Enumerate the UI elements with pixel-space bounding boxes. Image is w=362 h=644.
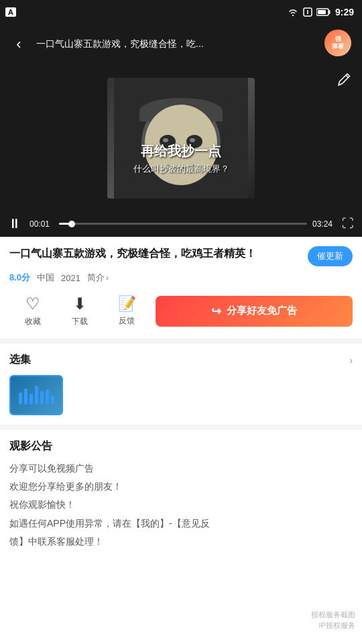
content-area: 一口气山寨五款游戏，究极缝合怪，吃鸡王者精英！ 催更新 8.0分 中国 2021… — [0, 237, 362, 327]
collect-button[interactable]: ♡ 收藏 — [9, 294, 56, 327]
feedback-icon: 📝 — [118, 295, 136, 313]
share-ad-label: 分享好友免广告 — [227, 305, 297, 317]
fullscreen-button[interactable]: ⛶ — [342, 217, 354, 231]
ep-bar-5 — [40, 391, 44, 405]
announcement-line-1: 分享可以免视频广告 — [9, 460, 353, 477]
collect-label: 收藏 — [25, 316, 41, 327]
subtitle-main: 再给我抄一点 — [0, 142, 362, 160]
ep-bar-1 — [19, 392, 22, 405]
subtitle-sub: 什么叫抄袭的最高境界？ — [0, 163, 362, 175]
video-player[interactable]: 再给我抄一点 什么叫抄袭的最高境界？ — [0, 64, 362, 212]
meta-row: 8.0分 中国 2021 简介 › — [9, 272, 353, 284]
announcement-text: 分享可以免视频广告 欢迎您分享给更多的朋友！ 祝你观影愉快！ 如遇任何APP使用… — [9, 460, 353, 550]
status-left: A — [5, 7, 16, 17]
feedback-label: 反馈 — [119, 315, 135, 327]
meme-svg — [114, 78, 248, 199]
status-right: 9:29 — [287, 7, 354, 17]
progress-dot — [68, 221, 75, 227]
pause-button[interactable]: ⏸ — [8, 216, 24, 231]
back-button[interactable]: ‹ — [8, 36, 29, 53]
danmu-button[interactable]: 强弹看 — [324, 30, 354, 59]
country-text: 中国 — [37, 272, 54, 284]
video-thumbnail — [107, 78, 255, 199]
ep-bar-2 — [24, 388, 27, 405]
svg-rect-3 — [318, 10, 326, 14]
intro-link[interactable]: 简介 › — [87, 272, 109, 284]
episodes-title: 选集 — [9, 353, 31, 367]
progress-bar[interactable] — [59, 223, 307, 225]
episode-bars — [19, 386, 54, 405]
section-divider-1 — [0, 338, 362, 343]
download-icon: ⬇ — [73, 294, 86, 313]
episodes-more-icon[interactable]: › — [349, 355, 353, 366]
announcement-section: 观影公告 分享可以免视频广告 欢迎您分享给更多的朋友！ 祝你观影愉快！ 如遇任何… — [0, 425, 362, 561]
announcement-line-3: 祝你观影愉快！ — [9, 496, 353, 513]
announcement-title: 观影公告 — [9, 439, 353, 453]
ep-bar-6 — [46, 390, 49, 405]
show-title: 一口气山寨五款游戏，究极缝合怪，吃鸡王者精英！ — [9, 246, 301, 261]
ep-bar-3 — [29, 394, 33, 405]
battery-icon — [316, 8, 331, 16]
a-icon: A — [5, 7, 16, 17]
intro-label: 简介 — [87, 272, 105, 284]
video-header: ‹ 一口气山寨五款游戏，究极缝合怪，吃... 强弹看 — [0, 24, 362, 64]
edit-button[interactable] — [337, 71, 353, 90]
score-badge: 8.0分 — [9, 272, 30, 284]
episodes-header: 选集 › — [9, 353, 353, 367]
announcement-line-2: 欢迎您分享给更多的朋友！ — [9, 478, 353, 495]
action-row: ♡ 收藏 ⬇ 下载 📝 反馈 ↪ 分享好友免广告 — [9, 294, 353, 327]
title-row: 一口气山寨五款游戏，究极缝合怪，吃鸡王者精英！ 催更新 — [9, 246, 353, 266]
episodes-section: 选集 › — [0, 343, 362, 425]
feedback-button[interactable]: 📝 反馈 — [103, 295, 150, 327]
share-ad-button[interactable]: ↪ 分享好友免广告 — [156, 296, 353, 327]
danmu-label: 强弹看 — [332, 36, 344, 50]
wifi-icon — [287, 7, 299, 17]
chevron-right-icon: › — [106, 274, 109, 282]
share-arrow-icon: ↪ — [211, 304, 221, 319]
status-bar: A 9:29 — [0, 0, 362, 24]
heart-icon: ♡ — [25, 294, 40, 313]
episode-thumbnail[interactable] — [9, 375, 63, 415]
subtitle-overlay: 再给我抄一点 什么叫抄袭的最高境界？ — [0, 142, 362, 175]
announcement-line-4: 如遇任何APP使用异常，请在【我的】-【意见反 — [9, 515, 353, 532]
ep-bar-7 — [51, 395, 54, 405]
time-total: 03:24 — [312, 219, 337, 229]
edit-icon — [337, 71, 353, 87]
watermark-text: 授权服务截图 IP授权服务 — [311, 610, 355, 631]
announcement-line-5: 馈】中联系客服处理！ — [9, 533, 353, 550]
watermark: 授权服务截图 IP授权服务 — [311, 610, 355, 631]
controls-bar: ⏸ 00:01 03:24 ⛶ — [0, 212, 362, 237]
time-current: 00:01 — [29, 219, 54, 229]
year-text: 2021 — [61, 273, 80, 283]
clock: 9:29 — [335, 7, 354, 17]
download-label: 下载 — [72, 316, 88, 327]
video-header-title: 一口气山寨五款游戏，究极缝合怪，吃... — [36, 38, 318, 50]
ep-bar-4 — [35, 386, 38, 405]
download-button[interactable]: ⬇ 下载 — [56, 294, 103, 327]
update-button[interactable]: 催更新 — [308, 246, 353, 266]
sim-icon — [303, 7, 312, 17]
